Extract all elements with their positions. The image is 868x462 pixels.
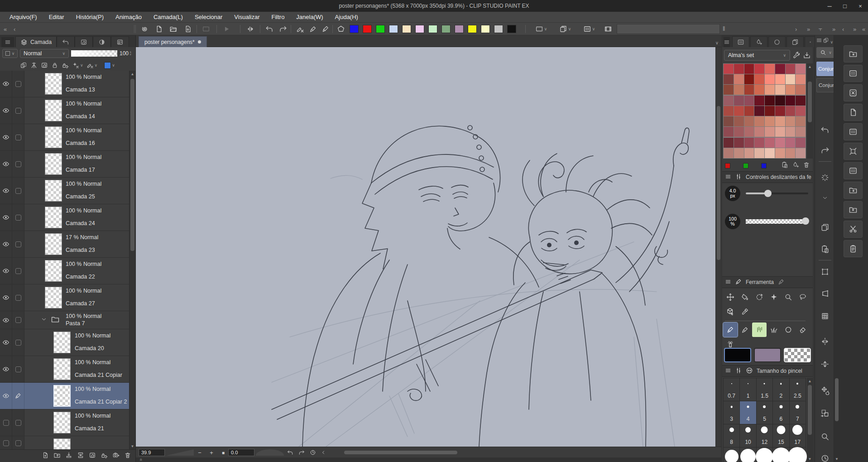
menu-animacao[interactable]: Animação — [110, 12, 148, 23]
collapse-left-icon[interactable]: « — [4, 24, 7, 34]
slider-panel-menu-icon[interactable] — [725, 173, 731, 181]
color-swatch-darkgreen[interactable] — [441, 25, 451, 33]
colorset-swatch[interactable] — [724, 148, 734, 158]
color-panel-menu-icon[interactable] — [724, 37, 730, 47]
brush-panel-tab-icon[interactable] — [735, 367, 742, 375]
brush-size-cell[interactable]: 2.5 — [790, 378, 806, 401]
zoom-out-button[interactable]: − — [195, 448, 205, 457]
layer-visibility-toggle[interactable] — [0, 151, 12, 177]
edit-color-set-icon[interactable] — [792, 51, 801, 59]
colorset-swatch[interactable] — [744, 85, 754, 95]
brush-size-cell-selected[interactable]: 4 — [740, 401, 756, 424]
close-material-button[interactable] — [844, 84, 863, 101]
material-grid-button[interactable] — [844, 65, 863, 82]
colorset-swatch[interactable] — [754, 138, 764, 148]
tab-tone-icon[interactable] — [93, 36, 111, 47]
swap-pattern-icon[interactable] — [819, 407, 831, 419]
colorset-swatch[interactable] — [754, 127, 764, 137]
zoom-out-quick-icon[interactable] — [819, 452, 831, 462]
brush-size-cell[interactable]: 8 — [724, 424, 739, 447]
colorset-swatch[interactable] — [744, 148, 754, 158]
color-swatch-lightgreen[interactable] — [428, 25, 437, 33]
layer-editing-pen-icon[interactable] — [12, 383, 24, 409]
panel-split-icon[interactable]: ⫟ — [819, 24, 822, 34]
transfer-to-lower-layer-button[interactable] — [65, 452, 72, 461]
document-tab[interactable]: poster personagens* — [139, 36, 207, 47]
brush-tool[interactable] — [738, 322, 752, 337]
tab-material-icon[interactable] — [111, 36, 129, 47]
menu-filtro[interactable]: Filtro — [265, 12, 290, 23]
colorset-swatch[interactable] — [734, 85, 744, 95]
colorset-swatch[interactable] — [754, 148, 764, 158]
colorset-swatch[interactable] — [796, 138, 806, 148]
disable-draft-dropdown[interactable]: ∨ — [86, 62, 98, 69]
layer-checkbox[interactable] — [12, 284, 24, 311]
import-color-set-icon[interactable] — [803, 51, 811, 59]
colorset-swatch[interactable] — [724, 74, 734, 84]
colorset-swatch[interactable] — [734, 74, 744, 84]
colorset-swatch[interactable] — [786, 74, 796, 84]
layer-visibility-toggle[interactable] — [0, 97, 12, 124]
rotate-left-button[interactable] — [285, 448, 295, 457]
layer-checkbox[interactable] — [12, 204, 24, 231]
layer-checkbox[interactable] — [12, 231, 24, 257]
brush-size-cell[interactable]: 15 — [773, 424, 789, 447]
scroll-more-icon[interactable] — [819, 192, 831, 204]
decoration-tool[interactable] — [752, 322, 767, 337]
colorset-swatch[interactable] — [775, 127, 785, 137]
colorset-swatch[interactable] — [775, 74, 785, 84]
layer-list-scrollbar[interactable]: ▲ ▼ — [129, 71, 135, 449]
move-tool[interactable] — [723, 290, 738, 304]
colorset-swatch[interactable] — [765, 138, 775, 148]
panel-collapse2-icon[interactable]: « — [862, 24, 865, 34]
brush-size-cell[interactable]: 2 — [773, 378, 789, 401]
colorset-swatch[interactable] — [786, 96, 796, 106]
snapshot-spinner-icon[interactable] — [819, 171, 831, 184]
colorset-swatch[interactable] — [724, 85, 734, 95]
layer-visibility-toggle[interactable] — [0, 124, 12, 150]
colorset-swatch[interactable] — [765, 96, 775, 106]
brush-size-cell[interactable]: 6 — [773, 401, 789, 424]
colorset-swatch[interactable] — [734, 127, 744, 137]
layer-checkbox[interactable] — [12, 258, 24, 284]
fill-tool[interactable] — [738, 290, 752, 304]
figure-tool[interactable] — [781, 322, 796, 337]
canvas-horizontal-scrollbar[interactable] — [344, 451, 457, 454]
replace-color-icon[interactable] — [792, 161, 799, 170]
colorset-swatch[interactable] — [765, 85, 775, 95]
clip-to-layer-below-icon[interactable] — [20, 62, 27, 69]
search-set-button[interactable]: ∨ — [816, 47, 835, 58]
snap-to-special-ruler-button[interactable] — [307, 24, 319, 34]
colorset-swatch[interactable] — [786, 106, 796, 116]
scroll-down-icon[interactable]: ▼ — [129, 443, 135, 449]
brush-size-cell[interactable] — [773, 448, 789, 462]
reset-rotation-button[interactable] — [308, 448, 318, 457]
layer-checkbox[interactable] — [12, 409, 24, 436]
brush-size-cell[interactable] — [724, 448, 739, 462]
layer-checkbox[interactable] — [12, 97, 24, 124]
tab-layer-search-icon[interactable] — [75, 36, 93, 47]
colorset-swatch[interactable] — [744, 138, 754, 148]
layer-visibility-toggle[interactable] — [0, 329, 12, 356]
panel-expand-icon[interactable]: › — [795, 24, 797, 34]
main-color-chip[interactable] — [724, 348, 751, 362]
strip-tab-dropdown-icon[interactable]: ∨ — [823, 37, 833, 45]
color-swatch-lightyellow[interactable] — [481, 25, 490, 33]
layer-visibility-toggle[interactable] — [0, 409, 12, 436]
opacity-slider[interactable] — [746, 219, 808, 224]
tool-panel-menu-icon[interactable] — [725, 279, 731, 286]
scroll-up-icon[interactable]: ▲ — [807, 63, 813, 70]
favorites-folder2-button[interactable] — [844, 182, 863, 199]
zoom-value-field[interactable]: 39.9 — [139, 449, 165, 456]
brush-size-cell[interactable]: 17 — [790, 424, 806, 447]
menu-historia[interactable]: História(P) — [70, 12, 110, 23]
colorset-swatch[interactable] — [775, 106, 785, 116]
layer-checkbox[interactable] — [12, 124, 24, 150]
layer-checkbox[interactable] — [12, 71, 24, 97]
apply-mask-button[interactable] — [101, 452, 108, 461]
colorset-swatch[interactable] — [754, 106, 764, 116]
scrollbar-thumb[interactable] — [808, 385, 812, 435]
color-swatch-gray[interactable] — [494, 25, 503, 33]
tab-intermediate-color-icon[interactable] — [786, 36, 804, 47]
sub-color-chip[interactable] — [754, 348, 781, 362]
